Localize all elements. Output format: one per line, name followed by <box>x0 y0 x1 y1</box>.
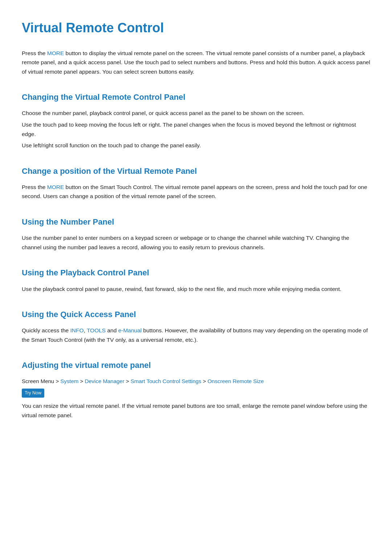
section-playback-panel: Using the Playback Control Panel Use the… <box>22 266 370 294</box>
breadcrumb: Screen Menu > System > Device Manager > … <box>22 377 370 386</box>
emanual-highlight: e-Manual <box>118 327 142 333</box>
section-quick-access: Using the Quick Access Panel Quickly acc… <box>22 308 370 344</box>
breadcrumb-smart-touch[interactable]: Smart Touch Control Settings <box>131 378 201 384</box>
breadcrumb-system[interactable]: System <box>60 378 78 384</box>
section-body-quick-access: Quickly access the INFO, TOOLS and e-Man… <box>22 326 370 344</box>
page-title: Virtual Remote Control <box>22 17 370 38</box>
change-position-p1: Press the MORE button on the Smart Touch… <box>22 182 370 201</box>
section-title-number-panel: Using the Number Panel <box>22 216 370 228</box>
changing-panel-p2: Use the touch pad to keep moving the foc… <box>22 120 370 139</box>
section-title-quick-access: Using the Quick Access Panel <box>22 308 370 321</box>
breadcrumb-device-manager[interactable]: Device Manager <box>85 378 124 384</box>
adjusting-panel-p1: You can resize the virtual remote panel.… <box>22 401 370 420</box>
section-title-adjusting-panel: Adjusting the virtual remote panel <box>22 359 370 372</box>
section-body-adjusting-panel: Screen Menu > System > Device Manager > … <box>22 377 370 420</box>
playback-panel-p1: Use the playback control panel to pause,… <box>22 284 370 294</box>
changing-panel-p1: Choose the number panel, playback contro… <box>22 108 370 118</box>
more-highlight-intro: MORE <box>47 50 64 56</box>
section-body-number-panel: Use the number panel to enter numbers on… <box>22 233 370 252</box>
section-body-playback-panel: Use the playback control panel to pause,… <box>22 284 370 294</box>
quick-access-p1: Quickly access the INFO, TOOLS and e-Man… <box>22 326 370 344</box>
section-change-position: Change a position of the Virtual Remote … <box>22 165 370 201</box>
try-now-badge[interactable]: Try Now <box>22 389 44 398</box>
info-highlight: INFO <box>70 327 84 333</box>
more-highlight-position: MORE <box>47 184 64 190</box>
intro-paragraph: Press the MORE button to display the vir… <box>22 49 370 77</box>
section-title-changing-panel: Changing the Virtual Remote Control Pane… <box>22 91 370 103</box>
section-number-panel: Using the Number Panel Use the number pa… <box>22 216 370 252</box>
breadcrumb-onscreen-remote[interactable]: Onscreen Remote Size <box>208 378 264 384</box>
section-changing-panel: Changing the Virtual Remote Control Pane… <box>22 91 370 150</box>
section-body-change-position: Press the MORE button on the Smart Touch… <box>22 182 370 201</box>
tools-highlight: TOOLS <box>87 327 106 333</box>
section-adjusting-panel: Adjusting the virtual remote panel Scree… <box>22 359 370 420</box>
section-title-playback-panel: Using the Playback Control Panel <box>22 266 370 279</box>
changing-panel-p3: Use left/right scroll function on the to… <box>22 141 370 150</box>
section-body-changing-panel: Choose the number panel, playback contro… <box>22 108 370 150</box>
number-panel-p1: Use the number panel to enter numbers on… <box>22 233 370 252</box>
section-title-change-position: Change a position of the Virtual Remote … <box>22 165 370 177</box>
